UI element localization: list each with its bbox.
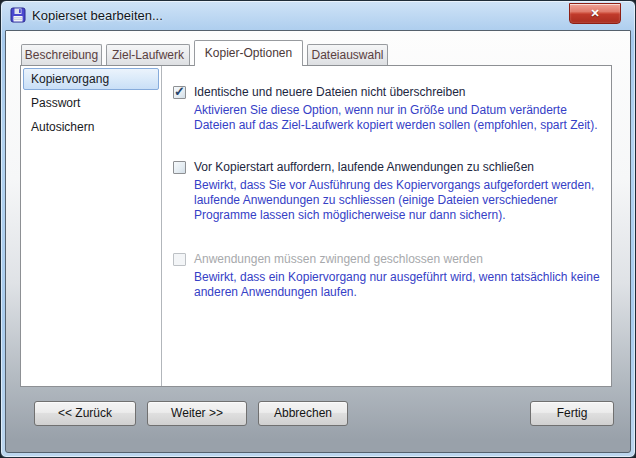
tab-beschreibung[interactable]: Beschreibung <box>21 44 102 65</box>
sidebar-item-passwort[interactable]: Passwort <box>23 92 159 114</box>
title-bar[interactable]: Kopierset bearbeiten... ✕ <box>1 1 635 30</box>
sidebar-item-label: Autosichern <box>31 120 94 134</box>
tab-label: Kopier-Optionen <box>205 46 292 60</box>
tab-label: Dateiauswahl <box>311 48 383 62</box>
edit-copyset-dialog: Kopierset bearbeiten... ✕ Beschreibung Z… <box>0 0 636 458</box>
options-panel: ✓ Identische und neuere Dateien nicht üb… <box>173 85 601 300</box>
sidebar-item-kopiervorgang[interactable]: Kopiervorgang <box>23 68 159 90</box>
dialog-client-area: Beschreibung Ziel-Laufwerk Kopier-Option… <box>5 30 631 453</box>
option-force-close-apps: Anwendungen müssen zwingend geschlossen … <box>173 252 601 300</box>
cancel-button[interactable]: Abbrechen <box>258 401 348 426</box>
tab-kopier-optionen[interactable]: Kopier-Optionen <box>194 40 303 66</box>
next-button[interactable]: Weiter >> <box>147 401 247 426</box>
check-icon: ✓ <box>174 84 185 100</box>
window-title: Kopierset bearbeiten... <box>32 8 163 23</box>
sidebar-item-label: Passwort <box>31 96 80 110</box>
floppy-disk-icon <box>10 7 26 23</box>
tab-ziel-laufwerk[interactable]: Ziel-Laufwerk <box>106 44 190 65</box>
option-description: Bewirkt, dass ein Kopiervorgang nur ausg… <box>194 270 601 300</box>
checkbox-prompt-close-apps[interactable] <box>173 161 186 174</box>
tab-dateiauswahl[interactable]: Dateiauswahl <box>307 44 388 65</box>
tab-label: Beschreibung <box>25 48 98 62</box>
tab-page-kopier-optionen: Kopiervorgang Passwort Autosichern ✓ Ide… <box>20 65 612 387</box>
close-button[interactable]: ✕ <box>569 3 621 24</box>
option-description: Bewirkt, dass Sie vor Ausführung des Kop… <box>194 178 601 223</box>
sidebar-item-label: Kopiervorgang <box>31 72 109 86</box>
option-skip-identical: ✓ Identische und neuere Dateien nicht üb… <box>173 85 601 133</box>
dialog-window: Kopierset bearbeiten... ✕ Beschreibung Z… <box>0 0 636 458</box>
option-description: Aktivieren Sie diese Option, wenn nur in… <box>194 103 601 133</box>
checkbox-force-close-apps <box>173 253 186 266</box>
close-icon: ✕ <box>590 7 599 19</box>
option-prompt-close-apps: Vor Kopierstart auffordern, laufende Anw… <box>173 160 601 223</box>
options-category-list: Kopiervorgang Passwort Autosichern <box>21 66 162 386</box>
checkbox-skip-identical[interactable]: ✓ <box>173 86 186 99</box>
back-button[interactable]: << Zurück <box>34 401 136 426</box>
option-label[interactable]: Identische und neuere Dateien nicht über… <box>194 85 466 100</box>
tab-label: Ziel-Laufwerk <box>112 48 184 62</box>
sidebar-item-autosichern[interactable]: Autosichern <box>23 116 159 138</box>
option-label[interactable]: Vor Kopierstart auffordern, laufende Anw… <box>194 160 534 175</box>
finish-button[interactable]: Fertig <box>530 401 614 426</box>
option-label: Anwendungen müssen zwingend geschlossen … <box>194 252 483 267</box>
